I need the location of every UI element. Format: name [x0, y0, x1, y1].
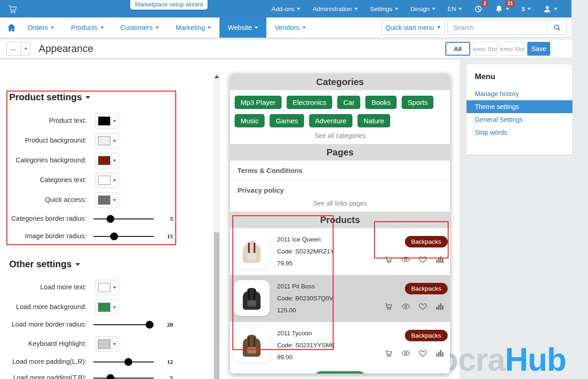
chevron-down-icon — [113, 343, 116, 345]
chevron-down-icon — [113, 287, 116, 289]
store-filter-button-2[interactable]: emo Sto — [500, 42, 525, 56]
search-input[interactable] — [448, 20, 547, 34]
menu-administration[interactable]: Administration — [312, 6, 358, 12]
menu-item-general-settings[interactable]: General Settings — [467, 113, 572, 126]
stats-icon[interactable] — [435, 349, 444, 358]
cart-icon[interactable] — [7, 3, 18, 14]
color-picker-product-background[interactable] — [95, 133, 119, 149]
category-button[interactable]: Mp3 Player — [235, 96, 282, 109]
load-more-border-radius-slider[interactable] — [93, 317, 154, 333]
nav-marketing[interactable]: Marketing — [167, 17, 220, 38]
scrollbar-thumb[interactable] — [214, 232, 219, 379]
load-more-padding-lr-slider[interactable] — [93, 354, 154, 370]
product-settings-heading[interactable]: Product settings — [9, 92, 90, 103]
see-all-categories-link[interactable]: See all categories — [230, 129, 450, 144]
back-dropdown-button[interactable] — [21, 42, 30, 56]
menu-design[interactable]: Design — [410, 6, 436, 12]
scroll-up-arrow-icon[interactable] — [214, 75, 219, 78]
appearance-admin-page: Marketplace setup wizard Add-ons Adminis… — [0, 0, 588, 379]
menu-item-manage-history[interactable]: Manage history — [467, 87, 572, 100]
stats-icon[interactable] — [435, 302, 444, 311]
menu-settings[interactable]: Settings — [370, 6, 398, 12]
eye-icon[interactable] — [401, 302, 410, 311]
stats-icon[interactable] — [435, 255, 444, 264]
heart-icon[interactable] — [418, 255, 427, 264]
slider-thumb[interactable] — [124, 358, 132, 366]
other-settings-heading[interactable]: Other settings — [9, 259, 80, 270]
product-image[interactable] — [234, 280, 270, 316]
category-badge[interactable]: Backpacks — [405, 330, 448, 341]
eye-icon[interactable] — [401, 349, 410, 358]
stats-menu[interactable]: 2 — [474, 5, 483, 13]
categories-border-radius-slider[interactable] — [93, 211, 154, 227]
nav-orders[interactable]: Orders — [19, 17, 63, 38]
categories-header: Categories — [230, 74, 450, 90]
color-picker-load-more-background[interactable] — [95, 299, 119, 315]
category-button[interactable]: Books — [365, 96, 397, 109]
category-button[interactable]: Adventure — [309, 114, 352, 127]
menu-item-stop-words[interactable]: Stop words — [467, 126, 572, 139]
cart-icon[interactable] — [384, 349, 393, 358]
menu-addons[interactable]: Add-ons — [271, 6, 300, 12]
heart-icon[interactable] — [418, 302, 427, 311]
load-more-button[interactable]: Load more — [314, 371, 366, 373]
top-bar: Marketplace setup wizard Add-ons Adminis… — [0, 0, 571, 17]
slider-thumb[interactable] — [145, 321, 153, 329]
category-button[interactable]: Nature — [357, 114, 390, 127]
category-button[interactable]: Sports — [402, 96, 433, 109]
notifications-menu[interactable]: 21 — [495, 5, 509, 13]
save-button[interactable]: Save — [527, 42, 550, 56]
nav-products[interactable]: Products — [63, 17, 112, 38]
filter-all-button[interactable]: All — [445, 42, 470, 56]
menu-item-theme-settings[interactable]: Theme settings — [467, 100, 572, 113]
nav-website-active[interactable]: Website — [219, 17, 266, 38]
setting-row: Categories text: — [0, 172, 184, 188]
back-button[interactable]: ← — [6, 42, 21, 56]
page-link-privacy[interactable]: Privacy policy — [230, 180, 450, 200]
page-link-terms[interactable]: Terms & Conditions — [230, 161, 450, 180]
nav-customers[interactable]: Customers — [112, 17, 167, 38]
color-picker-categories-background[interactable] — [95, 153, 119, 168]
setting-label: Load more padding(L,R): — [0, 358, 86, 365]
home-icon[interactable] — [6, 23, 17, 33]
cart-icon[interactable] — [384, 302, 393, 311]
category-badge[interactable]: Backpacks — [405, 236, 448, 247]
slider-thumb[interactable] — [106, 215, 114, 223]
load-more-padding-tb-slider[interactable] — [93, 370, 154, 379]
color-picker-categories-text[interactable] — [95, 172, 119, 188]
product-image[interactable] — [234, 327, 270, 363]
category-button[interactable]: Games — [270, 114, 304, 127]
color-picker-load-more-text[interactable] — [95, 280, 119, 295]
color-picker-product-text[interactable] — [95, 113, 119, 129]
setting-label: Quick access: — [0, 196, 86, 203]
setting-row: Load more border radius: 20 — [0, 317, 184, 333]
category-button[interactable]: Car — [337, 96, 360, 109]
slider-thumb[interactable] — [110, 233, 118, 241]
heart-icon[interactable] — [418, 349, 427, 358]
chevron-down-icon — [113, 199, 116, 201]
product-image[interactable] — [234, 233, 270, 269]
see-all-links-pages-link[interactable]: See all links pages — [230, 200, 450, 212]
slider-thumb[interactable] — [106, 374, 114, 379]
cart-icon[interactable] — [384, 255, 393, 264]
search-button[interactable] — [547, 20, 566, 34]
marketplace-setup-wizard-button[interactable]: Marketplace setup wizard — [130, 0, 208, 10]
currency-menu[interactable]: $ — [521, 6, 531, 12]
chevron-down-icon — [527, 8, 531, 10]
chevron-down-icon — [297, 8, 300, 10]
setting-row: Product text: — [0, 113, 184, 129]
user-menu[interactable] — [543, 5, 558, 13]
quick-start-menu-button[interactable]: Quick start menu — [381, 20, 445, 35]
eye-icon[interactable] — [401, 255, 410, 264]
scrollbar[interactable] — [213, 74, 220, 379]
store-filter-button-1[interactable]: emo Sto — [473, 42, 497, 56]
color-picker-keyboard-highlight[interactable] — [95, 336, 119, 352]
chevron-down-icon — [437, 26, 441, 29]
menu-language[interactable]: EN — [448, 6, 462, 12]
image-border-radius-slider[interactable] — [93, 229, 154, 244]
nav-vendors[interactable]: Vendors — [266, 17, 314, 38]
category-button[interactable]: Music — [235, 114, 265, 127]
category-badge[interactable]: Backpacks — [405, 283, 448, 294]
category-button[interactable]: Electronics — [287, 96, 332, 109]
color-picker-quick-access[interactable] — [95, 192, 119, 208]
